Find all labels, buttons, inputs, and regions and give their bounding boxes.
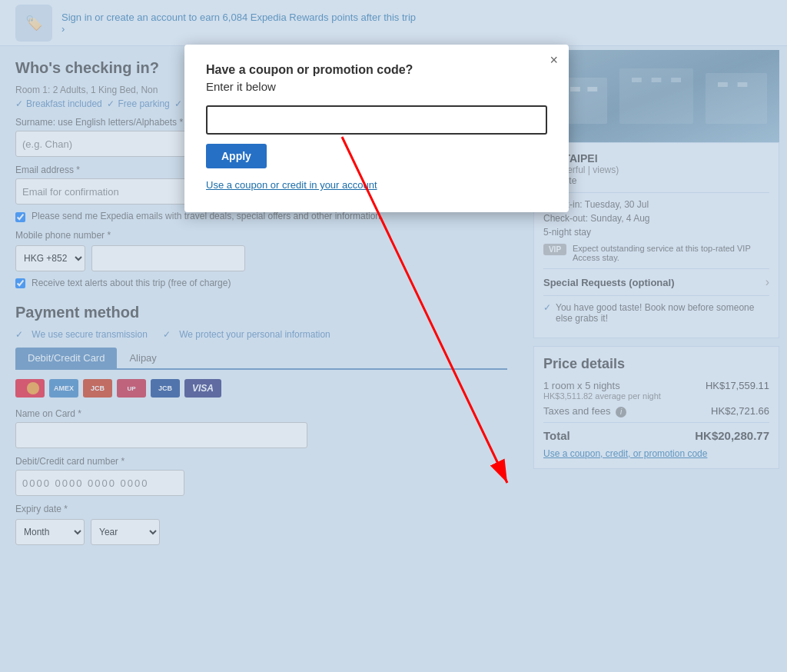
modal-close-button[interactable]: ×: [550, 52, 558, 68]
modal-account-link[interactable]: Use a coupon or credit in your account: [206, 179, 547, 191]
coupon-input[interactable]: [206, 105, 547, 135]
coupon-modal: × Have a coupon or promotion code? Enter…: [184, 45, 569, 212]
modal-subtitle: Enter it below: [206, 80, 547, 93]
apply-button[interactable]: Apply: [206, 144, 267, 168]
modal-title: Have a coupon or promotion code?: [206, 63, 547, 77]
